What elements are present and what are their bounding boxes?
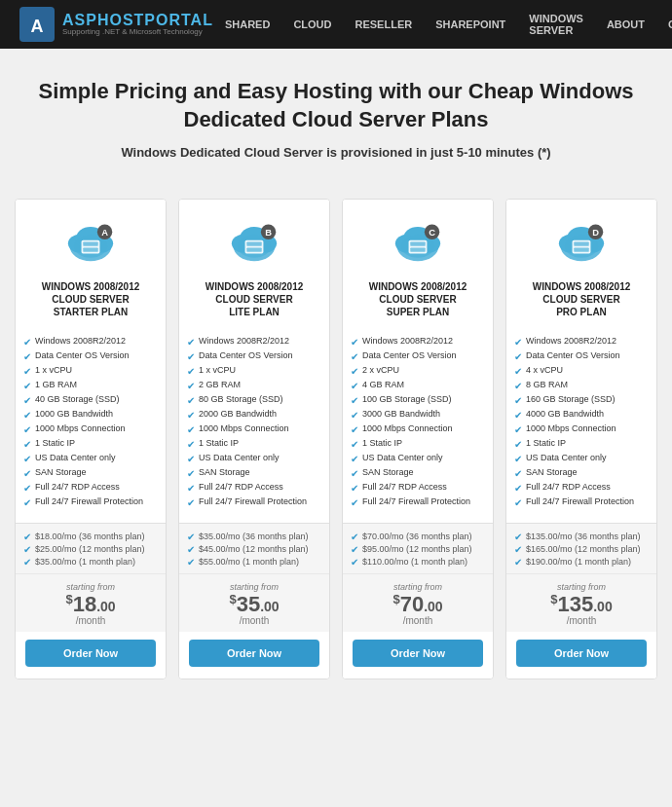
feature-text: Data Center OS Version <box>35 350 130 362</box>
feature-text: 2 x vCPU <box>362 365 399 377</box>
check-icon: ✔ <box>23 410 31 421</box>
svg-text:D: D <box>592 227 599 238</box>
feature-item: ✔US Data Center only <box>351 453 485 464</box>
check-icon: ✔ <box>23 454 31 464</box>
nav-link-contact[interactable]: CONTACT <box>656 0 672 49</box>
order-now-button-pro[interactable]: Order Now <box>516 640 647 667</box>
plan-price-display: starting from$35.00/month <box>179 573 329 632</box>
feature-text: 1 Static IP <box>199 438 239 450</box>
feature-text: 160 GB Storage (SSD) <box>526 394 616 406</box>
check-icon: ✔ <box>514 454 522 464</box>
feature-item: ✔Full 24/7 Firewall Protection <box>23 496 158 508</box>
check-icon: ✔ <box>351 483 358 494</box>
pricing-check-icon: ✔ <box>351 557 358 568</box>
feature-text: Windows 2008R2/2012 <box>35 336 126 348</box>
plan-order-section: Order Now <box>16 632 166 679</box>
plan-price-display: starting from$135.00/month <box>506 573 656 632</box>
svg-rect-18 <box>246 242 261 246</box>
pricing-check-icon: ✔ <box>187 544 195 555</box>
price-per-month: /month <box>19 615 162 626</box>
feature-text: US Data Center only <box>199 453 280 464</box>
order-now-button-starter[interactable]: Order Now <box>25 640 156 667</box>
feature-text: Windows 2008R2/2012 <box>526 336 616 348</box>
hero-subtitle: Windows Dedicated Cloud Server is provis… <box>19 145 653 160</box>
svg-text:C: C <box>429 227 435 238</box>
nav-link-cloud[interactable]: CLOUD <box>281 0 343 49</box>
order-now-button-lite[interactable]: Order Now <box>189 640 319 667</box>
plan-card-lite: B WINDOWS 2008/2012 CLOUD SERVER LITE PL… <box>178 199 330 679</box>
feature-item: ✔Full 24/7 Firewall Protection <box>351 496 485 508</box>
order-now-button-super[interactable]: Order Now <box>353 640 483 667</box>
nav-link-shared[interactable]: SHARED <box>213 0 281 49</box>
pricing-option-text: $110.00/mo (1 month plan) <box>362 557 467 567</box>
svg-rect-19 <box>246 248 261 252</box>
pricing-check-icon: ✔ <box>187 532 195 542</box>
check-icon: ✔ <box>514 497 522 508</box>
nav-link-windows-server[interactable]: WINDOWS SERVER <box>517 0 595 49</box>
pricing-check-icon: ✔ <box>514 557 522 568</box>
plan-card-super: C WINDOWS 2008/2012 CLOUD SERVER SUPER P… <box>342 199 494 679</box>
nav-link-about[interactable]: ABOUT <box>595 0 656 49</box>
check-icon: ✔ <box>187 366 195 377</box>
feature-text: 1000 Mbps Connection <box>526 423 616 435</box>
feature-item: ✔Full 24/7 RDP Access <box>187 482 321 494</box>
plan-card-pro: D WINDOWS 2008/2012 CLOUD SERVER PRO PLA… <box>505 199 657 679</box>
pricing-row: ✔$70.00/mo (36 months plan) <box>351 532 485 542</box>
plan-icon-wrap: C <box>351 215 485 273</box>
plan-icon-wrap: D <box>514 215 649 273</box>
feature-text: SAN Storage <box>199 467 250 479</box>
feature-text: 4 GB RAM <box>362 380 404 391</box>
feature-item: ✔4 x vCPU <box>514 365 649 377</box>
plan-card-starter: A WINDOWS 2008/2012 CLOUD SERVER STARTER… <box>15 199 167 679</box>
logo-text-main: ASPHOST <box>62 12 144 28</box>
nav-link-reseller[interactable]: RESELLER <box>344 0 425 49</box>
pricing-row: ✔$95.00/mo (12 months plan) <box>351 544 485 555</box>
check-icon: ✔ <box>351 395 358 406</box>
feature-item: ✔8 GB RAM <box>514 380 649 391</box>
plan-title: WINDOWS 2008/2012 CLOUD SERVER SUPER PLA… <box>351 280 485 318</box>
pricing-option-text: $165.00/mo (12 months plan) <box>526 544 641 554</box>
check-icon: ✔ <box>514 439 522 450</box>
check-icon: ✔ <box>187 483 195 494</box>
check-icon: ✔ <box>187 424 195 435</box>
feature-item: ✔Full 24/7 Firewall Protection <box>187 496 321 508</box>
check-icon: ✔ <box>351 337 358 348</box>
check-icon: ✔ <box>351 381 358 391</box>
plan-price-display: starting from$70.00/month <box>343 573 493 632</box>
feature-text: US Data Center only <box>362 453 443 464</box>
check-icon: ✔ <box>23 483 31 494</box>
feature-text: Windows 2008R2/2012 <box>199 336 289 348</box>
feature-item: ✔US Data Center only <box>23 453 158 464</box>
plan-pricing-section: ✔$135.00/mo (36 months plan)✔$165.00/mo … <box>506 523 656 573</box>
svg-text:B: B <box>265 227 272 238</box>
starting-from-label: starting from <box>510 582 653 592</box>
hero-title: Simple Pricing and Easy Hosting with our… <box>19 78 653 133</box>
feature-text: US Data Center only <box>526 453 607 464</box>
feature-item: ✔Data Center OS Version <box>351 350 485 362</box>
feature-item: ✔SAN Storage <box>23 467 158 479</box>
check-icon: ✔ <box>351 439 358 450</box>
feature-item: ✔Full 24/7 RDP Access <box>23 482 158 494</box>
feature-item: ✔US Data Center only <box>514 453 649 464</box>
nav-link-sharepoint[interactable]: SHAREPOINT <box>424 0 517 49</box>
plan-header: C WINDOWS 2008/2012 CLOUD SERVER SUPER P… <box>343 200 493 328</box>
plan-pricing-section: ✔$35.00/mo (36 months plan)✔$45.00/mo (1… <box>179 523 329 573</box>
feature-text: 1000 GB Bandwidth <box>35 409 113 421</box>
feature-item: ✔1000 Mbps Connection <box>187 423 321 435</box>
feature-item: ✔1000 Mbps Connection <box>23 423 158 435</box>
feature-item: ✔80 GB Storage (SSD) <box>187 394 321 406</box>
feature-item: ✔Full 24/7 RDP Access <box>514 482 649 494</box>
hero-section: Simple Pricing and Easy Hosting with our… <box>0 49 672 179</box>
check-icon: ✔ <box>351 424 358 435</box>
feature-text: Full 24/7 Firewall Protection <box>35 496 143 508</box>
plan-icon: D <box>552 215 611 269</box>
feature-text: Full 24/7 RDP Access <box>199 482 283 494</box>
pricing-row: ✔$110.00/mo (1 month plan) <box>351 557 485 568</box>
feature-item: ✔Windows 2008R2/2012 <box>187 336 321 348</box>
price-amount: $35.00 <box>183 594 325 615</box>
feature-text: 2 GB RAM <box>199 380 241 391</box>
feature-text: 8 GB RAM <box>526 380 568 391</box>
feature-text: 1 Static IP <box>362 438 402 450</box>
check-icon: ✔ <box>187 395 195 406</box>
check-icon: ✔ <box>351 366 358 377</box>
